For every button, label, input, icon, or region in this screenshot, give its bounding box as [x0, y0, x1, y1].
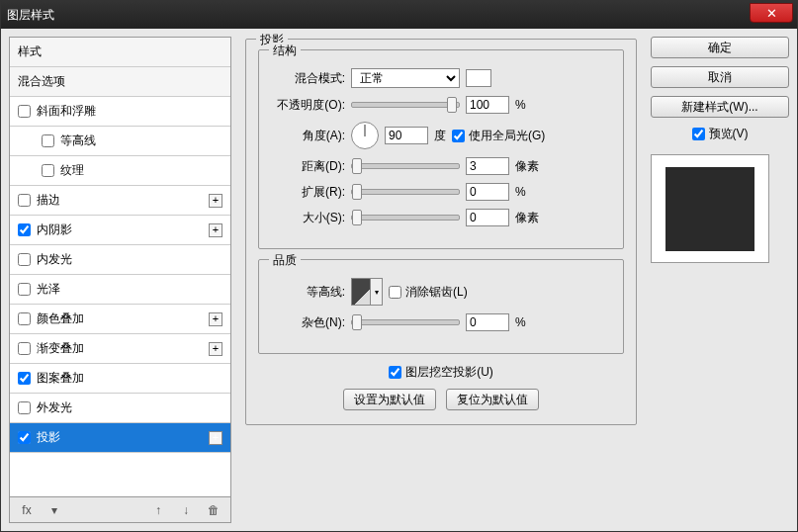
quality-legend: 品质 [269, 252, 301, 269]
sidebar-item-label: 纹理 [60, 162, 84, 179]
set-default-button[interactable]: 设置为默认值 [343, 389, 436, 410]
sidebar-checkbox-9[interactable] [18, 372, 31, 385]
sidebar-header-blend[interactable]: 混合选项 [10, 67, 230, 97]
sidebar-item-label: 描边 [37, 192, 60, 209]
distance-slider[interactable] [351, 163, 460, 169]
sidebar-item-label: 投影 [37, 429, 60, 446]
pixel-unit-2: 像素 [515, 210, 539, 226]
sidebar-checkbox-10[interactable] [18, 401, 31, 414]
preview-image [665, 167, 754, 251]
use-global-checkbox[interactable] [452, 130, 465, 142]
antialias-checkbox[interactable] [389, 286, 401, 299]
plus-icon[interactable]: + [209, 312, 222, 326]
sidebar-item-label: 颜色叠加 [37, 310, 84, 327]
reset-default-button[interactable]: 复位为默认值 [446, 389, 539, 410]
preview-label: 预览(V) [709, 126, 749, 142]
color-swatch[interactable] [466, 69, 491, 87]
sidebar-item-0[interactable]: 斜面和浮雕 [10, 97, 230, 127]
trash-icon[interactable]: 🗑 [205, 501, 222, 519]
noise-label: 杂色(N): [271, 314, 345, 331]
move-down-icon[interactable]: ↓ [177, 501, 195, 519]
close-icon: ✕ [766, 6, 777, 21]
distance-input[interactable] [466, 157, 509, 175]
sidebar-header-styles[interactable]: 样式 [10, 38, 230, 67]
right-panel: 确定 取消 新建样式(W)... 预览(V) [651, 37, 789, 523]
plus-icon[interactable]: + [209, 194, 222, 208]
close-button[interactable]: ✕ [750, 3, 793, 23]
noise-input[interactable] [466, 313, 509, 331]
spread-input[interactable] [466, 183, 509, 201]
sidebar-item-2[interactable]: 纹理 [10, 156, 230, 186]
quality-group: 品质 等高线: ▾ 消除锯齿(L) 杂色(N): [258, 259, 624, 354]
sidebar-item-label: 图案叠加 [37, 370, 84, 387]
sidebar-item-4[interactable]: 内阴影+ [10, 216, 230, 245]
sidebar-checkbox-11[interactable] [18, 431, 31, 444]
angle-input[interactable] [385, 127, 428, 144]
ok-button[interactable]: 确定 [651, 37, 789, 58]
sidebar-checkbox-6[interactable] [18, 283, 31, 296]
cancel-button[interactable]: 取消 [651, 66, 789, 88]
size-input[interactable] [466, 209, 509, 226]
size-slider[interactable] [351, 215, 460, 221]
knockout-option[interactable]: 图层挖空投影(U) [389, 364, 493, 381]
use-global-light[interactable]: 使用全局光(G) [452, 128, 545, 144]
plus-icon[interactable]: + [209, 223, 222, 237]
sidebar-item-10[interactable]: 外发光 [10, 394, 230, 423]
structure-group: 结构 混合模式: 正常 不透明度(O): % [258, 49, 624, 249]
sidebar-item-label: 光泽 [37, 281, 60, 298]
sidebar-item-3[interactable]: 描边+ [10, 186, 230, 216]
contour-label: 等高线: [271, 284, 345, 301]
structure-legend: 结构 [269, 43, 301, 59]
sidebar-item-label: 内发光 [37, 251, 72, 268]
plus-icon[interactable]: + [209, 431, 222, 445]
sidebar-item-6[interactable]: 光泽 [10, 275, 230, 305]
new-style-button[interactable]: 新建样式(W)... [651, 96, 789, 118]
sidebar-item-8[interactable]: 渐变叠加+ [10, 334, 230, 364]
knockout-checkbox[interactable] [389, 366, 401, 379]
sidebar-item-5[interactable]: 内发光 [10, 245, 230, 275]
preview-box [651, 154, 769, 263]
sidebar-item-11[interactable]: 投影+ [10, 423, 230, 453]
opacity-input[interactable] [466, 96, 509, 114]
fx-icon[interactable]: fx [18, 501, 36, 519]
move-up-icon[interactable]: ↑ [149, 501, 167, 519]
opacity-label: 不透明度(O): [271, 97, 345, 114]
degree-unit: 度 [434, 128, 446, 144]
noise-slider[interactable] [351, 319, 460, 325]
spread-slider[interactable] [351, 189, 460, 195]
distance-label: 距离(D): [271, 158, 345, 175]
sidebar-checkbox-1[interactable] [42, 134, 54, 147]
antialias-option[interactable]: 消除锯齿(L) [389, 284, 468, 301]
plus-icon[interactable]: + [209, 342, 222, 356]
window-title: 图层样式 [7, 7, 54, 24]
angle-label: 角度(A): [271, 128, 345, 144]
percent-unit-3: % [515, 315, 526, 329]
sidebar-checkbox-0[interactable] [18, 105, 31, 118]
sidebar-item-9[interactable]: 图案叠加 [10, 364, 230, 394]
sidebar-checkbox-8[interactable] [18, 342, 31, 355]
styles-sidebar: 样式混合选项斜面和浮雕等高线纹理描边+内阴影+内发光光泽颜色叠加+渐变叠加+图案… [9, 37, 231, 523]
size-label: 大小(S): [271, 210, 345, 226]
settings-panel: 投影 结构 混合模式: 正常 不透明度(O): % [239, 37, 643, 523]
sidebar-checkbox-4[interactable] [18, 223, 31, 236]
percent-unit: % [515, 98, 526, 112]
sidebar-checkbox-3[interactable] [18, 194, 31, 207]
sidebar-item-1[interactable]: 等高线 [10, 127, 230, 156]
sidebar-item-label: 等高线 [60, 133, 96, 149]
spread-label: 扩展(R): [271, 184, 345, 201]
fx-menu-icon[interactable]: ▾ [45, 501, 63, 519]
sidebar-item-7[interactable]: 颜色叠加+ [10, 305, 230, 334]
angle-dial[interactable] [351, 122, 379, 149]
preview-checkbox[interactable] [692, 128, 705, 140]
blend-mode-select[interactable]: 正常 [351, 68, 460, 88]
chevron-down-icon[interactable]: ▾ [370, 279, 382, 305]
blend-mode-label: 混合模式: [271, 70, 345, 87]
contour-picker[interactable]: ▾ [351, 278, 383, 306]
sidebar-checkbox-7[interactable] [18, 312, 31, 325]
sidebar-checkbox-5[interactable] [18, 253, 31, 266]
sidebar-item-label: 外发光 [37, 399, 72, 416]
sidebar-checkbox-2[interactable] [42, 164, 54, 177]
panel-main: 投影 结构 混合模式: 正常 不透明度(O): % [245, 39, 637, 425]
opacity-slider[interactable] [351, 102, 460, 108]
layer-style-dialog: 图层样式 ✕ 样式混合选项斜面和浮雕等高线纹理描边+内阴影+内发光光泽颜色叠加+… [0, 0, 798, 532]
